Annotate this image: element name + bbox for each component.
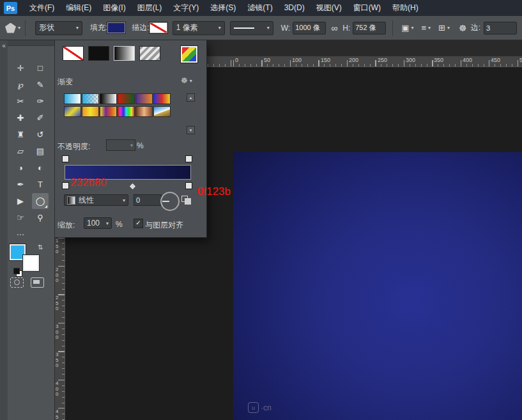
pen-tool[interactable]: ✒ <box>12 176 29 192</box>
divider <box>392 20 393 36</box>
path-selection-tool[interactable]: ▶ <box>12 193 29 209</box>
menu-item-3d[interactable]: 3D(D) <box>279 0 311 16</box>
rectangular-marquee-tool[interactable]: □ <box>32 60 49 76</box>
zoom-tool[interactable]: ⚲ <box>32 210 49 226</box>
menu-item-type[interactable]: 文字(Y) <box>167 0 204 16</box>
align-with-layer-checkbox[interactable]: ✓ <box>134 219 143 228</box>
gradient-section-label: 渐变 <box>58 77 73 88</box>
menu-item-layer[interactable]: 图层(L) <box>132 0 168 16</box>
angle-input[interactable] <box>134 194 162 206</box>
path-alignment-icon: ≡ <box>421 23 426 33</box>
gradient-preset-yellow-violet-orange[interactable] <box>100 106 117 117</box>
gradient-midpoint-handle[interactable] <box>128 182 137 191</box>
color-stop-left[interactable] <box>62 182 69 189</box>
fill-pattern-button[interactable] <box>139 46 160 61</box>
opacity-label: 不透明度: <box>58 141 90 152</box>
menu-item-file[interactable]: 文件(F) <box>24 0 60 16</box>
document-canvas[interactable] <box>233 152 522 420</box>
color-picker-button[interactable] <box>181 46 197 63</box>
quick-mask-mode-button[interactable] <box>10 277 24 288</box>
gradient-preset-copper[interactable] <box>135 106 153 117</box>
stroke-color-swatch[interactable] <box>150 22 167 33</box>
menu-item-view[interactable]: 视图(V) <box>311 0 348 16</box>
brush-tool[interactable]: ✐ <box>32 110 49 126</box>
gradient-preset-black-white[interactable] <box>100 93 117 104</box>
gradient-preset-red-green[interactable] <box>118 93 135 104</box>
path-arrangement-button[interactable]: ⊞ ▾ <box>438 23 450 33</box>
h-ruler-label: 400 <box>463 57 472 63</box>
hand-tool[interactable]: ☞ <box>12 210 29 226</box>
gradient-preset-violet-orange[interactable] <box>135 93 153 104</box>
fill-type-row <box>63 46 160 61</box>
gradient-preset-fg-to-transparent[interactable] <box>82 93 99 104</box>
shape-tool-selected[interactable]: ◯ <box>32 193 49 209</box>
width-input[interactable] <box>293 22 326 35</box>
toolbar-grip[interactable] <box>8 40 54 46</box>
spot-healing-tool[interactable]: ✚ <box>12 110 29 126</box>
opacity-stop-left[interactable] <box>62 155 69 162</box>
stroke-width-select[interactable]: 1 像素 ▾ <box>173 21 225 35</box>
preset-scroll-up-button[interactable]: ▲ <box>187 93 195 102</box>
gradient-preset-spectrum[interactable] <box>118 106 135 117</box>
gradient-preset-orange-yellow-orange[interactable] <box>82 106 99 117</box>
angle-dial[interactable] <box>160 192 180 211</box>
history-brush-tool[interactable]: ↺ <box>32 127 49 143</box>
gradient-preset-fg-to-bg[interactable] <box>64 93 81 104</box>
gear-icon[interactable]: ☸ <box>459 23 467 33</box>
swap-colors-icon[interactable]: ⇄ <box>37 244 44 249</box>
fill-gradient-button[interactable] <box>114 46 135 61</box>
crop-tool[interactable]: ✂ <box>12 93 29 109</box>
height-label: H: <box>342 24 350 33</box>
clone-stamp-tool[interactable]: ♜ <box>12 127 29 143</box>
menu-item-filter[interactable]: 滤镜(T) <box>242 0 278 16</box>
collapse-panels-icon[interactable]: « <box>0 40 8 49</box>
gear-icon: ☸ <box>181 76 188 85</box>
preset-scroll-down-button[interactable]: ▼ <box>187 126 195 134</box>
edit-toolbar-ellipsis[interactable]: … <box>12 228 29 237</box>
tool-bar: ✛ □ ℘ ✎ ✂ ✑ ✚ ✐ ♜ ↺ ▱ ▤ ◑ ◐ ✒ T ▶ ◯ ☞ ⚲ … <box>8 40 55 420</box>
menu-item-window[interactable]: 窗口(W) <box>348 0 387 16</box>
path-operations-button[interactable]: ▣ ▾ <box>401 23 413 33</box>
dodge-tool[interactable]: ◐ <box>32 160 49 176</box>
quick-selection-tool[interactable]: ✎ <box>32 77 49 93</box>
fill-color-swatch[interactable] <box>107 22 125 33</box>
sides-input[interactable] <box>484 22 517 35</box>
reverse-gradient-icon[interactable] <box>181 196 191 204</box>
lasso-tool[interactable]: ℘ <box>12 77 29 93</box>
default-colors-icon[interactable] <box>13 268 22 277</box>
menu-item-help[interactable]: 帮助(H) <box>387 0 424 16</box>
gradient-preset-blue-yellow-blue[interactable] <box>64 106 81 117</box>
gradient-preset-chrome[interactable] <box>153 106 171 117</box>
screen-mode-button[interactable] <box>31 277 44 288</box>
scale-select[interactable]: 100 ▾ <box>84 217 112 229</box>
type-tool[interactable]: T <box>32 176 49 192</box>
eyedropper-tool[interactable]: ✑ <box>32 93 49 109</box>
color-stop-right[interactable] <box>185 182 192 189</box>
fill-none-button[interactable] <box>63 46 84 61</box>
menu-item-edit[interactable]: 编辑(E) <box>60 0 97 16</box>
gradient-style-select[interactable]: 线性 ▾ <box>64 194 128 206</box>
align-with-layer-label: 与图层对齐 <box>145 220 183 231</box>
tool-mode-select[interactable]: 形状 ▾ <box>35 21 82 35</box>
gradient-tool[interactable]: ▤ <box>32 143 49 159</box>
v-ruler-label: 350 <box>56 352 61 369</box>
eraser-tool[interactable]: ▱ <box>12 143 29 159</box>
link-dimensions-icon[interactable]: ∞ <box>331 23 337 33</box>
h-ruler-label: 100 <box>292 57 302 63</box>
menu-item-image[interactable]: 图像(I) <box>97 0 131 16</box>
fill-solid-color-button[interactable] <box>88 46 109 61</box>
blur-tool[interactable]: ◑ <box>12 160 29 176</box>
ui-cn-logo: u <box>248 402 259 413</box>
path-alignment-button[interactable]: ≡ ▾ <box>421 23 431 33</box>
opacity-stop-right[interactable] <box>185 155 192 162</box>
gradient-settings-button[interactable]: ☸ ▾ <box>181 76 192 85</box>
height-input[interactable] <box>353 22 386 35</box>
chevron-down-icon: ▾ <box>18 25 20 31</box>
stroke-style-select[interactable]: ▾ <box>230 21 273 35</box>
menu-item-select[interactable]: 选择(S) <box>204 0 242 16</box>
opacity-select[interactable]: ▾ <box>106 139 135 151</box>
move-tool[interactable]: ✛ <box>12 60 29 76</box>
gradient-preset-blue-red-yellow[interactable] <box>153 93 171 104</box>
tool-preset-button[interactable]: ▾ <box>5 23 20 33</box>
background-color-swatch[interactable] <box>23 255 39 271</box>
